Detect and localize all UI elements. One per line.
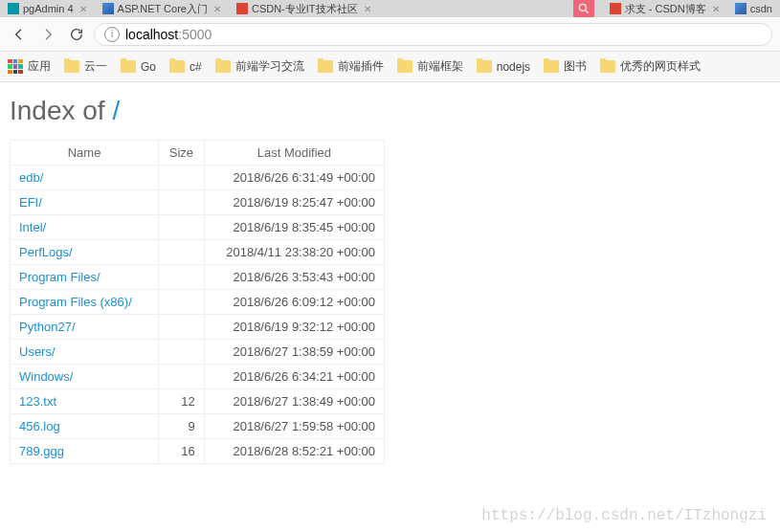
file-link[interactable]: EFI/ [19, 195, 42, 210]
file-link[interactable]: Program Files/ [19, 270, 100, 284]
bookmark-folder[interactable]: 前端插件 [318, 58, 384, 75]
file-name-cell: 789.ggg [11, 439, 159, 464]
browser-tab[interactable]: pgAdmin 4✕ [0, 0, 95, 17]
file-modified-cell: 2018/4/11 23:38:20 +00:00 [204, 240, 384, 265]
bookmark-folder[interactable]: 优秀的网页样式 [600, 58, 701, 75]
table-row: Intel/2018/6/19 8:35:45 +00:00 [11, 215, 385, 240]
forward-button[interactable] [36, 23, 59, 46]
file-modified-cell: 2018/6/27 1:38:49 +00:00 [204, 389, 384, 414]
folder-icon [544, 60, 559, 73]
search-icon[interactable] [573, 0, 594, 17]
folder-icon [477, 60, 492, 73]
table-row: Users/2018/6/27 1:38:59 +00:00 [11, 340, 385, 365]
bookmark-folder[interactable]: 前端框架 [397, 58, 463, 75]
table-row: PerfLogs/2018/4/11 23:38:20 +00:00 [11, 240, 385, 265]
address-host: localhost [125, 27, 178, 42]
file-link[interactable]: Program Files (x86)/ [19, 295, 132, 309]
file-size-cell [159, 340, 205, 365]
folder-icon [397, 60, 412, 73]
file-size-cell [159, 240, 205, 265]
back-button[interactable] [8, 23, 31, 46]
tab-favicon [236, 3, 248, 14]
folder-icon [600, 60, 615, 73]
file-link[interactable]: Users/ [19, 344, 56, 359]
file-size-cell [159, 166, 205, 190]
file-modified-cell: 2018/6/26 3:53:43 +00:00 [204, 265, 384, 290]
folder-icon [169, 60, 185, 73]
file-size-cell: 12 [159, 389, 205, 414]
bookmark-folder[interactable]: nodejs [477, 60, 530, 74]
table-row: 123.txt122018/6/27 1:38:49 +00:00 [11, 389, 385, 414]
apps-button[interactable]: 应用 [8, 58, 51, 75]
address-port: :5000 [178, 27, 212, 42]
close-icon[interactable]: ✕ [712, 4, 720, 14]
svg-line-1 [586, 11, 589, 13]
table-row: Program Files (x86)/2018/6/26 6:09:12 +0… [11, 290, 385, 315]
file-size-cell: 9 [159, 414, 205, 439]
tab-favicon [8, 3, 19, 14]
table-row: 789.ggg162018/6/28 8:52:21 +00:00 [11, 439, 385, 464]
bookmark-folder[interactable]: 云一 [64, 58, 107, 75]
bookmark-folder[interactable]: c# [169, 60, 202, 74]
tab-favicon [610, 3, 621, 14]
address-bar[interactable]: i localhost:5000 [94, 23, 772, 46]
apps-icon [8, 59, 23, 75]
close-icon[interactable]: ✕ [364, 4, 371, 14]
browser-tab[interactable]: ASP.NET Core入门✕ [95, 0, 229, 17]
bookmark-folder[interactable]: 前端学习交流 [215, 58, 304, 75]
table-row: EFI/2018/6/19 8:25:47 +00:00 [11, 190, 385, 215]
file-size-cell: 16 [159, 439, 205, 464]
file-link[interactable]: edb/ [19, 170, 43, 185]
file-link[interactable]: 456.log [19, 419, 60, 433]
tab-favicon [102, 3, 114, 14]
file-name-cell: Python27/ [11, 315, 159, 340]
browser-tab[interactable]: CSDN-专业IT技术社区✕ [229, 0, 379, 17]
file-name-cell: Intel/ [11, 215, 159, 240]
file-modified-cell: 2018/6/27 1:38:59 +00:00 [204, 340, 384, 365]
file-name-cell: edb/ [11, 166, 159, 190]
file-name-cell: 123.txt [11, 389, 159, 414]
page-title: Index of / [10, 96, 770, 126]
column-header-size[interactable]: Size [159, 141, 205, 166]
file-name-cell: PerfLogs/ [11, 240, 159, 265]
info-icon[interactable]: i [104, 27, 120, 42]
file-name-cell: Program Files/ [11, 265, 159, 290]
file-name-cell: 456.log [11, 414, 159, 439]
folder-icon [64, 60, 79, 73]
file-link[interactable]: 789.ggg [19, 444, 64, 458]
file-modified-cell: 2018/6/27 1:59:58 +00:00 [204, 414, 384, 439]
file-name-cell: Users/ [11, 340, 159, 365]
close-icon[interactable]: ✕ [79, 4, 87, 14]
file-size-cell [159, 365, 205, 389]
file-size-cell [159, 215, 205, 240]
table-row: Windows/2018/6/26 6:34:21 +00:00 [11, 365, 385, 389]
bookmark-bar: 应用 云一 Go c# 前端学习交流 前端插件 前端框架 nodejs 图书 优… [0, 52, 780, 82]
file-size-cell [159, 315, 205, 340]
column-header-name[interactable]: Name [11, 141, 159, 166]
close-icon[interactable]: ✕ [213, 4, 221, 14]
folder-icon [121, 60, 136, 73]
file-link[interactable]: Intel/ [19, 220, 46, 234]
file-link[interactable]: PerfLogs/ [19, 245, 73, 259]
reload-button[interactable] [65, 23, 88, 46]
browser-tab[interactable]: csdn [727, 0, 780, 17]
table-row: Python27/2018/6/19 9:32:12 +00:00 [11, 315, 385, 340]
file-modified-cell: 2018/6/26 6:31:49 +00:00 [204, 166, 384, 190]
bookmark-folder[interactable]: Go [121, 60, 156, 74]
file-link[interactable]: Windows/ [19, 369, 73, 384]
file-modified-cell: 2018/6/28 8:52:21 +00:00 [204, 439, 384, 464]
folder-icon [318, 60, 333, 73]
column-header-modified[interactable]: Last Modified [204, 141, 384, 166]
file-name-cell: EFI/ [11, 190, 159, 215]
file-size-cell [159, 190, 205, 215]
file-size-cell [159, 290, 205, 315]
tab-favicon [735, 3, 747, 14]
file-modified-cell: 2018/6/19 8:25:47 +00:00 [204, 190, 384, 215]
directory-listing-table: Name Size Last Modified edb/2018/6/26 6:… [10, 140, 385, 464]
bookmark-folder[interactable]: 图书 [544, 58, 587, 75]
file-link[interactable]: Python27/ [19, 320, 76, 334]
file-modified-cell: 2018/6/26 6:34:21 +00:00 [204, 365, 384, 389]
file-link[interactable]: 123.txt [19, 394, 56, 409]
browser-tab[interactable]: 求支 - CSDN博客✕ [602, 0, 727, 17]
browser-nav-bar: i localhost:5000 [0, 17, 780, 52]
